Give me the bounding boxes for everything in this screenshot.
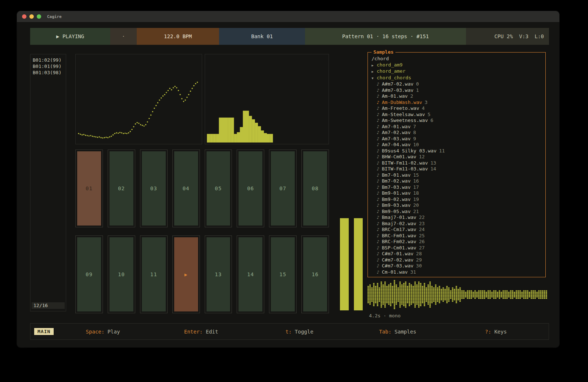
pad-label: 05: [215, 185, 222, 191]
sample-file[interactable]: ♪Bmaj7-02.wav23: [372, 221, 542, 227]
pad-surface: 16: [303, 237, 327, 311]
pad-01[interactable]: 01: [75, 149, 103, 227]
app-window: Cagire ▶ PLAYING · 122.0 BPM Bank 01 Pat…: [17, 11, 559, 347]
note-events-panel: B01:02(99)B01:01(99)B01:03(98) 12/16: [30, 54, 66, 311]
bank-display[interactable]: Bank 01: [219, 28, 305, 45]
sample-file[interactable]: ♪BRC-Cm17.wav24: [372, 227, 542, 233]
pad-11[interactable]: 11: [140, 235, 168, 313]
file-index: 12: [419, 154, 425, 159]
sample-file[interactable]: ♪BRC-Fm01.wav25: [372, 233, 542, 239]
samples-browser: Samples /chord▶chord_am9▶chord_amer▼chor…: [368, 52, 546, 277]
sample-file[interactable]: ♪BITW-Fm11-02.wav13: [372, 160, 542, 166]
hint-key: Tab:: [379, 329, 391, 335]
sample-file[interactable]: ♪BHW-Cm01.wav12: [372, 154, 542, 160]
file-name: Am7-04.wav: [382, 142, 410, 147]
note-icon: ♪: [377, 166, 382, 172]
pattern-display[interactable]: Pattern 01 · 16 steps · #151: [305, 28, 466, 45]
note-icon: ♪: [377, 178, 382, 184]
sample-folder[interactable]: ▼chord_chords: [372, 75, 542, 82]
samples-list[interactable]: /chord▶chord_am9▶chord_amer▼chord_chords…: [368, 53, 545, 277]
note-icon: ♪: [377, 81, 382, 87]
pad-07[interactable]: 07: [269, 149, 297, 227]
sample-file[interactable]: ♪Bm9-03.wav20: [372, 202, 542, 209]
file-index: 1: [416, 87, 419, 93]
sample-folder[interactable]: ▶chord_amer: [372, 68, 542, 75]
note-icon: ♪: [377, 184, 382, 191]
close-button[interactable]: [22, 14, 26, 19]
note-icon: ♪: [377, 245, 382, 251]
sample-file[interactable]: ♪BRC-Fm02.wav26: [372, 239, 542, 245]
file-index: 14: [430, 166, 436, 172]
sample-file[interactable]: ♪BSP-Cm01.wav27: [372, 245, 542, 251]
pad-06[interactable]: 06: [237, 149, 264, 227]
sample-file[interactable]: ♪Bm9-05.wav21: [372, 209, 542, 215]
file-name: Am-Sweetness.wav: [382, 118, 428, 123]
file-index: 23: [419, 221, 425, 226]
sample-file[interactable]: ♪Am7-04.wav10: [372, 142, 542, 148]
hint-label: Keys: [491, 329, 507, 335]
pad-label: 16: [312, 271, 319, 277]
pad-12[interactable]: ▶: [172, 235, 200, 313]
minimize-button[interactable]: [29, 14, 34, 19]
pad-14[interactable]: 14: [237, 235, 264, 313]
file-index: 13: [430, 160, 436, 166]
note-icon: ♪: [377, 202, 382, 209]
chevron-collapsed-icon: ▶: [372, 62, 377, 69]
file-index: 27: [419, 245, 425, 251]
pad-04[interactable]: 04: [172, 149, 200, 227]
sample-file[interactable]: ♪Am-Steelsaw.wav5: [372, 112, 542, 118]
sample-file[interactable]: ♪C#m7-02.wav29: [372, 257, 542, 263]
sample-file[interactable]: ♪Am-DubWash.wav3: [372, 100, 542, 106]
pad-03[interactable]: 03: [140, 149, 168, 227]
sample-file[interactable]: ♪Bm7-03.wav17: [372, 184, 542, 191]
sample-file[interactable]: ♪C#m7-01.wav28: [372, 251, 542, 257]
sample-file[interactable]: ♪Am-01.wav2: [372, 93, 542, 100]
sample-file[interactable]: ♪Am7-02.wav8: [372, 130, 542, 136]
note-icon: ♪: [377, 93, 382, 100]
file-name: C#m7-01.wav: [382, 251, 413, 256]
sample-file[interactable]: ♪Bm9-02.wav19: [372, 197, 542, 203]
pad-surface: 05: [207, 151, 230, 226]
file-name: C#m7-02.wav: [382, 257, 413, 263]
pad-16[interactable]: 16: [301, 235, 329, 313]
chevron-expanded-icon: ▼: [372, 75, 377, 82]
hint-key: Enter:: [184, 329, 203, 335]
sample-file[interactable]: ♪Bm7-01.wav15: [372, 172, 542, 179]
pad-09[interactable]: 09: [75, 235, 103, 313]
pad-15[interactable]: 15: [269, 235, 297, 313]
file-name: BRC-Cm17.wav: [382, 227, 416, 232]
pad-05[interactable]: 05: [205, 149, 232, 227]
sample-file[interactable]: ♪Bmaj7-01.wav22: [372, 215, 542, 221]
sample-file[interactable]: ♪A#m7-03.wav1: [372, 87, 542, 94]
file-name: Bmaj7-01.wav: [382, 215, 416, 220]
sample-file[interactable]: ♪B9sus4 Silky 03.wav11: [372, 148, 542, 154]
sample-file[interactable]: ♪A#m7-02.wav0: [372, 81, 542, 87]
bpm-display[interactable]: 122.0 BPM: [137, 28, 219, 45]
note-icon: ♪: [377, 190, 382, 197]
note-icon: ♪: [377, 251, 382, 257]
sample-file[interactable]: ♪Bm7-02.wav16: [372, 178, 542, 184]
sample-file[interactable]: ♪Am7-03.wav9: [372, 136, 542, 142]
pad-10[interactable]: 10: [108, 235, 135, 313]
file-name: Bm9-02.wav: [382, 197, 410, 202]
note-event-list: B01:02(99)B01:01(99)B01:03(98): [31, 54, 66, 76]
pad-13[interactable]: 13: [205, 235, 232, 313]
transport-status[interactable]: ▶ PLAYING: [30, 28, 110, 45]
sample-file[interactable]: ♪C#m7-03.wav30: [372, 263, 542, 269]
sample-folder[interactable]: ▶chord_am9: [372, 62, 542, 69]
note-icon: ♪: [377, 269, 382, 275]
sample-info: 4.2s · mono: [369, 313, 401, 318]
system-stats: CPU 2% V:3 L:0: [466, 28, 549, 45]
sample-file[interactable]: ♪Bm9-01.wav18: [372, 190, 542, 197]
sample-file[interactable]: ♪Am7-01.wav7: [372, 124, 542, 130]
sample-file[interactable]: ♪BITW-Fm11-03.wav14: [372, 166, 542, 172]
note-icon: ♪: [377, 154, 382, 160]
hint-key: t:: [286, 329, 292, 335]
zoom-button[interactable]: [37, 14, 41, 19]
pad-08[interactable]: 08: [301, 149, 329, 227]
pad-02[interactable]: 02: [108, 149, 135, 227]
sample-file[interactable]: ♪Am-Freeto.wav4: [372, 105, 542, 112]
sample-file[interactable]: ♪Am-Sweetness.wav6: [372, 118, 542, 124]
sample-file[interactable]: ♪Cm-01.wav31: [372, 269, 542, 275]
desktop: Cagire ▶ PLAYING · 122.0 BPM Bank 01 Pat…: [0, 0, 588, 382]
